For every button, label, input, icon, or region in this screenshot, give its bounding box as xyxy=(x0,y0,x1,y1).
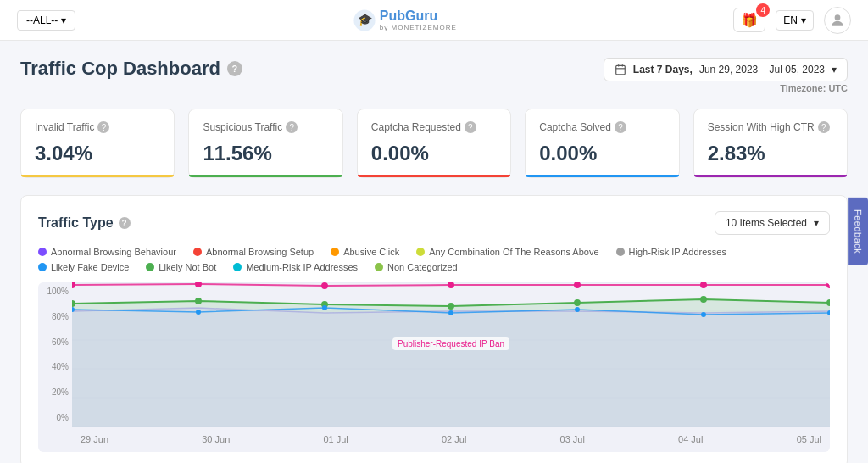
legend-label-1: Abnormal Browsing Setup xyxy=(206,247,314,257)
svg-point-13 xyxy=(72,282,75,288)
legend-item-5: Likely Fake Device xyxy=(38,262,129,272)
logo-main-text: PubGuru xyxy=(380,8,457,24)
legend-label-2: Abusive Click xyxy=(343,247,399,257)
svg-point-24 xyxy=(448,303,454,310)
metric-invalid-traffic: Invalid Traffic ? 3.04% xyxy=(20,109,175,178)
legend-dot-2 xyxy=(331,248,339,256)
all-select-label: --ALL-- xyxy=(26,14,58,26)
navbar: --ALL-- ▾ 🎓 PubGuru by MONETIZEMORE 🎁 4 … xyxy=(0,0,868,41)
legend-label-3: Any Combination Of The Reasons Above xyxy=(429,247,598,257)
title-help-icon[interactable]: ? xyxy=(227,61,242,76)
metric-value-0: 3.04% xyxy=(35,142,160,165)
metric-label-3: Captcha Solved xyxy=(539,121,611,133)
legend-item-0: Abnormal Browsing Behaviour xyxy=(38,247,176,257)
svg-point-33 xyxy=(575,307,580,312)
main-content: Traffic Cop Dashboard ? Last 7 Days, Jun… xyxy=(0,41,868,463)
language-button[interactable]: EN ▾ xyxy=(776,10,814,31)
items-selected-button[interactable]: 10 Items Selected ▾ xyxy=(715,211,830,235)
legend-dot-6 xyxy=(146,263,154,271)
timezone-label: Timezone: UTC xyxy=(780,83,848,93)
metric-value-1: 11.56% xyxy=(203,142,328,165)
legend-label-4: High-Risk IP Addresses xyxy=(629,247,726,257)
legend-dot-4 xyxy=(616,248,625,256)
metric-label-0: Invalid Traffic xyxy=(35,121,94,133)
svg-rect-3 xyxy=(616,65,626,75)
svg-point-25 xyxy=(574,299,581,306)
chart-section: Traffic Type ? 10 Items Selected ▾ Abnor… xyxy=(20,195,848,463)
chart-x-labels: 29 Jun 30 Jun 01 Jul 02 Jul 03 Jul 04 Ju… xyxy=(72,427,830,452)
logo: 🎓 PubGuru by MONETIZEMORE xyxy=(353,8,457,32)
chart-header: Traffic Type ? 10 Items Selected ▾ xyxy=(38,211,830,235)
metric-help-0[interactable]: ? xyxy=(97,121,109,133)
svg-point-15 xyxy=(321,282,328,289)
metric-label-1: Suspicious Traffic xyxy=(203,121,282,133)
legend-item-8: Non Categorized xyxy=(375,262,458,272)
metric-label-2: Captcha Requested xyxy=(371,121,461,133)
svg-point-14 xyxy=(195,282,202,287)
svg-marker-28 xyxy=(72,308,830,427)
legend-dot-5 xyxy=(38,263,47,271)
logo-icon: 🎓 xyxy=(353,8,376,32)
chart-legend: Abnormal Browsing Behaviour Abnormal Bro… xyxy=(38,247,830,272)
legend-dot-3 xyxy=(416,248,425,256)
page-header: Traffic Cop Dashboard ? Last 7 Days, Jun… xyxy=(20,58,848,93)
lang-label: EN xyxy=(783,14,798,26)
gift-badge: 4 xyxy=(756,3,770,17)
chart-y-labels: 100% 80% 60% 40% 20% 0% xyxy=(38,282,72,427)
legend-label-8: Non Categorized xyxy=(387,262,458,272)
legend-dot-1 xyxy=(193,248,202,256)
date-range-text: Jun 29, 2023 – Jul 05, 2023 xyxy=(699,64,825,75)
page-title: Traffic Cop Dashboard ? xyxy=(20,58,242,80)
svg-point-32 xyxy=(448,310,453,315)
svg-point-17 xyxy=(574,282,581,288)
svg-point-16 xyxy=(448,282,454,288)
gift-button[interactable]: 🎁 4 xyxy=(733,8,765,32)
metric-suspicious-traffic: Suspicious Traffic ? 11.56% xyxy=(188,109,342,178)
svg-text:🎓: 🎓 xyxy=(357,13,372,27)
chevron-down-icon: ▾ xyxy=(801,14,806,26)
all-select-button[interactable]: --ALL-- ▾ xyxy=(17,10,75,31)
user-avatar[interactable] xyxy=(824,7,851,34)
svg-point-18 xyxy=(700,282,707,288)
chevron-down-icon: ▾ xyxy=(814,217,819,229)
date-picker-button[interactable]: Last 7 Days, Jun 29, 2023 – Jul 05, 2023… xyxy=(604,58,848,81)
calendar-icon xyxy=(615,64,626,75)
svg-point-31 xyxy=(322,305,327,310)
legend-label-0: Abnormal Browsing Behaviour xyxy=(51,247,176,257)
metric-help-4[interactable]: ? xyxy=(818,121,830,133)
chart-svg xyxy=(72,282,830,427)
items-selected-label: 10 Items Selected xyxy=(726,217,807,229)
metric-value-3: 0.00% xyxy=(539,142,665,165)
metric-value-4: 2.83% xyxy=(708,142,833,165)
svg-point-26 xyxy=(700,296,707,303)
navbar-right: 🎁 4 EN ▾ xyxy=(733,7,851,34)
metric-session-high-ctr: Session With High CTR ? 2.83% xyxy=(693,109,848,178)
legend-item-3: Any Combination Of The Reasons Above xyxy=(416,247,598,257)
feedback-tab[interactable]: Feedback xyxy=(848,198,868,265)
metrics-row: Invalid Traffic ? 3.04% Suspicious Traff… xyxy=(20,109,848,178)
legend-item-7: Medium-Risk IP Addresses xyxy=(233,262,358,272)
legend-dot-8 xyxy=(375,263,383,271)
legend-item-2: Abusive Click xyxy=(331,247,399,257)
chevron-down-icon: ▾ xyxy=(832,64,837,75)
metric-help-1[interactable]: ? xyxy=(286,121,298,133)
legend-label-7: Medium-Risk IP Addresses xyxy=(246,262,358,272)
legend-dot-7 xyxy=(233,263,242,271)
page-title-text: Traffic Cop Dashboard xyxy=(20,58,220,80)
legend-item-1: Abnormal Browsing Setup xyxy=(193,247,314,257)
chevron-down-icon: ▾ xyxy=(61,14,66,26)
metric-help-3[interactable]: ? xyxy=(615,121,626,133)
metric-captcha-requested: Captcha Requested ? 0.00% xyxy=(357,109,511,178)
chart-title-text: Traffic Type xyxy=(38,215,114,231)
svg-point-2 xyxy=(835,14,841,20)
metric-label-4: Session With High CTR xyxy=(708,121,815,133)
date-range-container: Last 7 Days, Jun 29, 2023 – Jul 05, 2023… xyxy=(604,58,848,93)
user-icon xyxy=(829,12,846,29)
metric-help-2[interactable]: ? xyxy=(465,121,476,133)
svg-point-19 xyxy=(826,282,830,288)
chart-help-icon[interactable]: ? xyxy=(119,217,131,229)
legend-label-6: Likely Not Bot xyxy=(159,262,216,272)
navbar-left: --ALL-- ▾ xyxy=(17,10,75,31)
metric-value-2: 0.00% xyxy=(371,142,497,165)
navbar-center: 🎓 PubGuru by MONETIZEMORE xyxy=(353,8,457,32)
